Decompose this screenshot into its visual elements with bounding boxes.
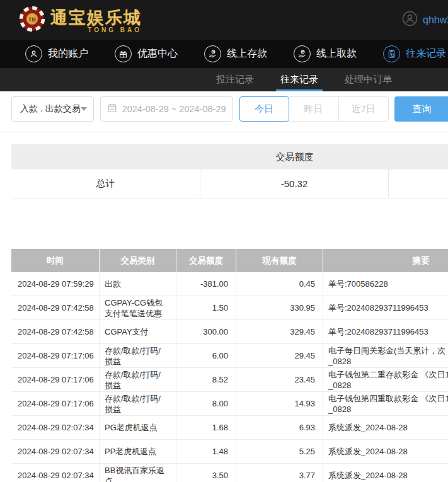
summary-total-value: -50.32 — [200, 169, 389, 198]
gift-icon — [115, 45, 132, 62]
nav-item-label: 线上取款 — [316, 47, 357, 60]
search-button[interactable]: 查询 — [394, 96, 448, 122]
cell-summary: 单号:700586228 — [323, 272, 448, 296]
cell-time: 2024-08-29 02:07:34 — [11, 440, 100, 463]
brand-subtitle: TONG BAO — [50, 26, 142, 33]
cell-amount: 1.48 — [176, 440, 236, 463]
cell-summary: 系统派发_2024-08-28 — [323, 464, 448, 482]
date-range-value: 2024-08-29 ~ 2024-08-29 — [122, 104, 226, 114]
table-row: 2024-08-29 07:42:58CGPAY支付300.00329.45单号… — [11, 320, 448, 344]
cell-type: 存款/取款/打码/损益 — [100, 344, 176, 367]
cell-amount: 1.68 — [176, 416, 236, 439]
top-header: TB 通宝娱乐城 TONG BAO qhhw2 — [0, 0, 448, 40]
transactions-table-body: 2024-08-29 07:59:29出款-381.000.45单号:70058… — [11, 272, 448, 482]
nav-item-withdraw[interactable]: 线上取款 — [294, 45, 357, 62]
summary-total-label: 总计 — [11, 169, 200, 198]
summary-header-label: 交易额度 — [200, 144, 389, 169]
cell-balance: 29.45 — [236, 344, 323, 367]
cell-balance: 3.77 — [236, 464, 323, 482]
cell-summary: 单号:202408293711996453 — [323, 296, 448, 319]
table-row: 2024-08-29 07:17:06存款/取款/打码/损益8.5223.45电… — [11, 368, 448, 392]
deposit-icon — [204, 45, 221, 62]
cell-time: 2024-08-29 07:59:29 — [11, 272, 100, 296]
cell-balance: 14.93 — [236, 392, 323, 415]
table-row: 2024-08-29 07:42:58CGPAY-CG钱包支付笔笔送优惠1.50… — [11, 296, 448, 320]
cell-type: 存款/取款/打码/损益 — [100, 368, 176, 391]
cell-time: 2024-08-29 07:17:06 — [11, 392, 100, 415]
filter-bar: 入款 . 出款交易 2024-08-29 ~ 2024-08-29 今日昨日近7… — [0, 91, 448, 132]
username[interactable]: qhhw2 — [423, 14, 448, 26]
cell-type: BB视讯百家乐返点 — [100, 464, 176, 482]
user-account[interactable]: qhhw2 — [402, 0, 448, 40]
cell-balance: 23.45 — [236, 368, 323, 391]
chevron-down-icon — [81, 107, 87, 111]
nav-item-deposit[interactable]: 线上存款 — [204, 45, 267, 62]
nav-item-label: 往来记录 — [406, 47, 446, 60]
column-header-0: 时间 — [11, 249, 100, 272]
cell-summary: 电子钱包第二重存款彩金 《次日1_0828 — [323, 368, 448, 391]
cell-type: PG老虎机返点 — [100, 416, 176, 439]
nav-item-user[interactable]: 我的账户 — [25, 45, 88, 62]
cell-time: 2024-08-29 07:17:06 — [11, 344, 100, 367]
quick-date-button-1[interactable]: 昨日 — [289, 96, 339, 122]
sub-tab-0[interactable]: 投注记录 — [214, 68, 256, 91]
avatar-icon — [402, 11, 418, 29]
column-header-4: 摘要 — [323, 249, 448, 272]
nav-item-label: 线上存款 — [227, 47, 267, 60]
cell-time: 2024-08-29 07:17:06 — [11, 368, 100, 391]
cell-time: 2024-08-29 07:42:58 — [11, 296, 100, 319]
date-range-picker[interactable]: 2024-08-29 ~ 2024-08-29 — [100, 96, 233, 122]
cell-amount: 8.00 — [176, 392, 236, 415]
casino-chip-icon: TB — [19, 6, 45, 35]
brand-title: 通宝娱乐城 — [50, 8, 142, 27]
cell-type: PP老虎机返点 — [100, 440, 176, 463]
column-header-2: 交易额度 — [176, 249, 236, 272]
sub-tab-1[interactable]: 往来记录 — [279, 68, 320, 91]
nav-item-gift[interactable]: 优惠中心 — [115, 45, 178, 62]
cell-amount: 300.00 — [176, 320, 236, 343]
table-row: 2024-08-29 02:07:34BB视讯百家乐返点3.503.77系统派发… — [11, 464, 448, 482]
cell-time: 2024-08-29 02:07:34 — [11, 464, 100, 482]
cell-amount: 8.52 — [176, 368, 236, 391]
table-row: 2024-08-29 07:17:06存款/取款/打码/损益6.0029.45电… — [11, 344, 448, 368]
table-row: 2024-08-29 07:59:29出款-381.000.45单号:70058… — [11, 272, 448, 296]
nav-item-label: 优惠中心 — [137, 47, 178, 60]
cell-balance: 0.45 — [236, 272, 323, 296]
cell-type: 出款 — [100, 272, 176, 296]
nav-item-label: 我的账户 — [48, 47, 88, 60]
transactions-table-header: 时间交易类别交易额度现有额度摘要 — [11, 249, 448, 272]
cell-amount: 6.00 — [176, 344, 236, 367]
cell-summary: 电子每日闯关彩金(当天累计，次_0828 — [323, 344, 448, 367]
records-icon — [383, 45, 400, 62]
sub-tab-2[interactable]: 处理中订单 — [343, 68, 394, 91]
transaction-type-select[interactable]: 入款 . 出款交易 — [11, 96, 94, 122]
brand-logo[interactable]: TB 通宝娱乐城 TONG BAO — [19, 6, 142, 35]
withdraw-icon — [294, 45, 311, 62]
column-header-3: 现有额度 — [236, 249, 323, 272]
cell-balance: 6.93 — [236, 416, 323, 439]
transaction-type-value: 入款 . 出款交易 — [20, 103, 81, 115]
transactions-table: 时间交易类别交易额度现有额度摘要 2024-08-29 07:59:29出款-3… — [11, 249, 448, 482]
cell-balance: 329.45 — [236, 320, 323, 343]
sub-navigation: 投注记录往来记录处理中订单 — [0, 68, 448, 91]
summary-table: 交易额度 总计 -50.32 — [11, 144, 448, 198]
svg-text:TB: TB — [28, 16, 36, 23]
cell-summary: 系统派发_2024-08-28 — [323, 416, 448, 439]
cell-summary: 单号:202408293711996453 — [323, 320, 448, 343]
cell-type: CGPAY-CG钱包支付笔笔送优惠 — [100, 296, 176, 319]
table-row: 2024-08-29 02:07:34PP老虎机返点1.485.25系统派发_2… — [11, 440, 448, 464]
nav-item-records[interactable]: 往来记录 — [383, 45, 446, 62]
quick-date-button-0[interactable]: 今日 — [239, 96, 289, 122]
cell-summary: 电子钱包第四重取款彩金 《次日1_0828 — [323, 392, 448, 415]
cell-time: 2024-08-29 02:07:34 — [11, 416, 100, 439]
cell-amount: -381.00 — [176, 272, 236, 296]
cell-balance: 330.95 — [236, 296, 323, 319]
main-navigation: 我的账户优惠中心线上存款线上取款往来记录 — [0, 40, 448, 68]
cell-amount: 3.50 — [176, 464, 236, 482]
quick-date-button-2[interactable]: 近7日 — [339, 96, 389, 122]
table-row: 2024-08-29 02:07:34PG老虎机返点1.686.93系统派发_2… — [11, 416, 448, 440]
summary-table-header: 交易额度 — [11, 144, 448, 169]
cell-summary: 系统派发_2024-08-28 — [323, 440, 448, 463]
cell-time: 2024-08-29 07:42:58 — [11, 320, 100, 343]
calendar-icon — [107, 103, 117, 115]
